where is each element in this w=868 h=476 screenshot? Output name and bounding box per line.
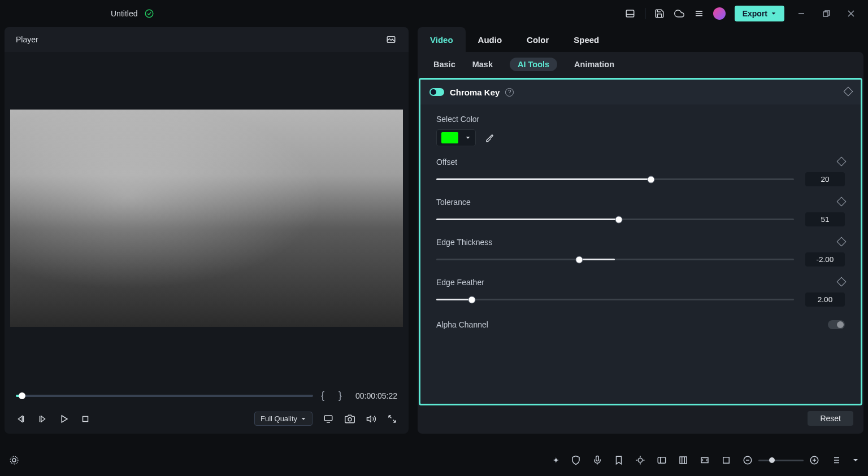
svg-rect-1 xyxy=(626,10,634,17)
fullscreen-icon[interactable] xyxy=(387,414,397,424)
alpha-channel-toggle[interactable] xyxy=(828,320,845,329)
undo-dot-icon[interactable]: ✦ xyxy=(553,456,559,465)
alpha-channel-label: Alpha Channel xyxy=(436,320,488,329)
timeline-toolbar: ✦ xyxy=(0,449,868,471)
panel-icon[interactable] xyxy=(657,455,667,465)
prev-frame-icon[interactable] xyxy=(16,414,26,424)
menu-icon[interactable] xyxy=(694,8,704,19)
record-icon[interactable] xyxy=(9,455,19,465)
offset-keyframe-icon[interactable] xyxy=(838,158,845,167)
playhead-scrubber[interactable] xyxy=(16,395,313,397)
svg-point-21 xyxy=(12,458,16,462)
tolerance-label: Tolerance xyxy=(436,198,471,207)
project-title: Untitled xyxy=(111,9,137,18)
expand-icon[interactable] xyxy=(700,455,710,465)
titlebar: Untitled Export xyxy=(0,0,868,27)
fit-icon[interactable] xyxy=(721,455,731,465)
shield-icon[interactable] xyxy=(571,455,581,465)
zoom-out-icon[interactable] xyxy=(743,455,753,465)
edge-feather-value[interactable]: 2.00 xyxy=(805,292,845,307)
edge-thickness-keyframe-icon[interactable] xyxy=(838,238,845,247)
help-icon[interactable]: ? xyxy=(505,88,514,97)
chroma-key-toggle[interactable] xyxy=(429,88,444,96)
play-icon[interactable] xyxy=(59,414,69,424)
edge-thickness-label: Edge Thickness xyxy=(436,238,492,247)
adjust-icon[interactable] xyxy=(635,455,645,465)
tolerance-keyframe-icon[interactable] xyxy=(838,198,845,207)
subtab-mask[interactable]: Mask xyxy=(472,60,493,69)
svg-rect-34 xyxy=(701,458,708,463)
timecode: 00:00:05:22 xyxy=(355,391,397,400)
video-preview[interactable] xyxy=(5,52,409,384)
cloud-icon[interactable] xyxy=(674,8,685,19)
stop-icon[interactable] xyxy=(80,414,90,424)
reset-button[interactable]: Reset xyxy=(808,411,853,426)
tab-color[interactable]: Color xyxy=(514,27,561,52)
offset-slider[interactable] xyxy=(436,178,794,180)
player-title: Player xyxy=(16,35,38,44)
save-icon[interactable] xyxy=(654,8,665,19)
camera-icon[interactable] xyxy=(344,414,355,424)
edge-feather-label: Edge Feather xyxy=(436,278,484,287)
chroma-key-section: Chroma Key ? Select Color xyxy=(419,78,862,405)
eyedropper-icon[interactable] xyxy=(485,133,495,143)
color-picker[interactable] xyxy=(436,129,476,146)
subtab-ai-tools[interactable]: AI Tools xyxy=(510,58,557,71)
subtab-animation[interactable]: Animation xyxy=(574,60,614,69)
chevron-down-icon[interactable] xyxy=(852,457,859,464)
export-label: Export xyxy=(743,9,767,18)
avatar[interactable] xyxy=(713,7,726,20)
svg-rect-7 xyxy=(823,12,828,16)
select-color-label: Select Color xyxy=(436,115,479,124)
section-keyframe-icon[interactable] xyxy=(845,88,852,97)
svg-point-19 xyxy=(348,417,351,421)
export-button[interactable]: Export xyxy=(735,6,784,21)
edge-thickness-value[interactable]: -2.00 xyxy=(805,252,845,267)
tolerance-value[interactable]: 51 xyxy=(805,212,845,226)
svg-rect-17 xyxy=(324,416,332,421)
svg-rect-23 xyxy=(596,456,599,461)
list-view-icon[interactable] xyxy=(831,455,841,465)
sub-tabs: Basic Mask AI Tools Animation xyxy=(418,52,863,77)
close-icon[interactable] xyxy=(843,6,859,21)
offset-value[interactable]: 20 xyxy=(805,172,845,186)
svg-point-0 xyxy=(146,10,154,18)
edge-thickness-slider[interactable] xyxy=(436,259,794,260)
svg-marker-20 xyxy=(367,416,371,422)
quality-label: Full Quality xyxy=(261,414,297,423)
tab-video[interactable]: Video xyxy=(418,27,466,52)
next-frame-icon[interactable] xyxy=(37,414,47,424)
color-swatch xyxy=(441,132,458,143)
maximize-icon[interactable] xyxy=(818,6,834,21)
subtab-basic[interactable]: Basic xyxy=(433,60,455,69)
offset-label: Offset xyxy=(436,158,457,167)
svg-rect-31 xyxy=(680,457,687,464)
snapshot-compare-icon[interactable] xyxy=(385,34,397,45)
svg-marker-13 xyxy=(41,416,45,422)
svg-point-22 xyxy=(10,456,18,464)
svg-point-24 xyxy=(638,458,643,462)
edge-feather-slider[interactable] xyxy=(436,299,794,300)
minimize-icon[interactable] xyxy=(793,6,809,21)
volume-icon[interactable] xyxy=(366,414,377,424)
playback-quality-select[interactable]: Full Quality xyxy=(254,412,313,426)
chroma-key-title: Chroma Key xyxy=(450,88,500,97)
svg-rect-16 xyxy=(83,416,88,421)
svg-rect-29 xyxy=(658,457,666,464)
svg-rect-35 xyxy=(723,457,730,464)
marker-icon[interactable] xyxy=(614,455,624,465)
zoom-in-icon[interactable] xyxy=(809,455,819,465)
svg-marker-15 xyxy=(62,416,67,422)
layout-icon[interactable] xyxy=(624,8,636,19)
mic-icon[interactable] xyxy=(592,455,602,465)
in-out-brackets[interactable]: { } xyxy=(321,390,348,401)
edge-feather-keyframe-icon[interactable] xyxy=(838,278,845,287)
tolerance-slider[interactable] xyxy=(436,219,794,220)
display-icon[interactable] xyxy=(323,414,334,424)
tab-audio[interactable]: Audio xyxy=(466,27,515,52)
tab-speed[interactable]: Speed xyxy=(561,27,611,52)
crop-icon[interactable] xyxy=(678,455,688,465)
zoom-slider[interactable] xyxy=(758,460,804,461)
svg-marker-11 xyxy=(19,416,23,422)
saved-check-icon xyxy=(144,8,154,19)
